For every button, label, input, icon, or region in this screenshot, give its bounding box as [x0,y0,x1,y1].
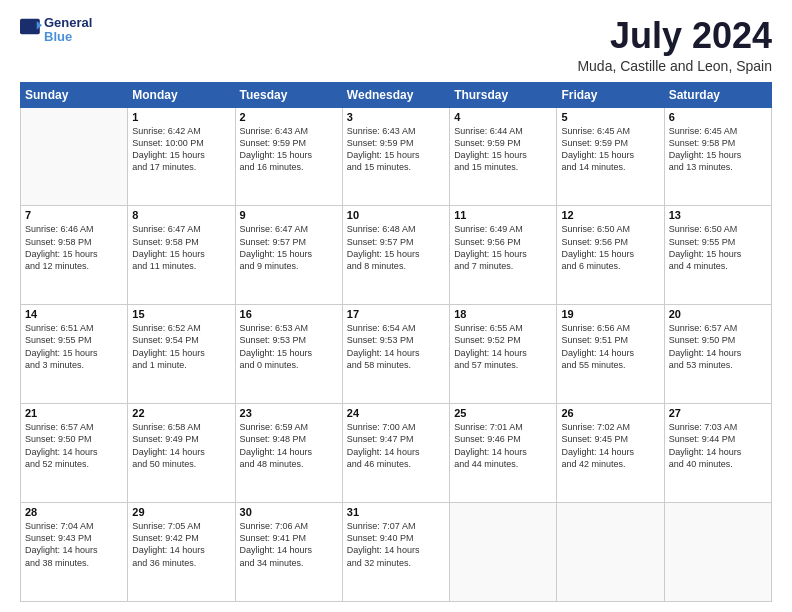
calendar-header-row: SundayMondayTuesdayWednesdayThursdayFrid… [21,82,772,107]
page-header: General Blue July 2024 Muda, Castille an… [20,16,772,74]
calendar-cell: 16Sunrise: 6:53 AM Sunset: 9:53 PM Dayli… [235,305,342,404]
calendar-cell: 11Sunrise: 6:49 AM Sunset: 9:56 PM Dayli… [450,206,557,305]
calendar-cell [664,503,771,602]
day-number: 5 [561,111,659,123]
day-number: 23 [240,407,338,419]
day-info: Sunrise: 6:56 AM Sunset: 9:51 PM Dayligh… [561,322,659,371]
calendar-cell: 15Sunrise: 6:52 AM Sunset: 9:54 PM Dayli… [128,305,235,404]
calendar-cell: 26Sunrise: 7:02 AM Sunset: 9:45 PM Dayli… [557,404,664,503]
day-number: 3 [347,111,445,123]
day-info: Sunrise: 6:58 AM Sunset: 9:49 PM Dayligh… [132,421,230,470]
day-info: Sunrise: 6:49 AM Sunset: 9:56 PM Dayligh… [454,223,552,272]
calendar-cell: 25Sunrise: 7:01 AM Sunset: 9:46 PM Dayli… [450,404,557,503]
calendar-cell: 20Sunrise: 6:57 AM Sunset: 9:50 PM Dayli… [664,305,771,404]
day-number: 8 [132,209,230,221]
calendar-header-monday: Monday [128,82,235,107]
calendar-cell: 30Sunrise: 7:06 AM Sunset: 9:41 PM Dayli… [235,503,342,602]
day-info: Sunrise: 7:06 AM Sunset: 9:41 PM Dayligh… [240,520,338,569]
calendar-header-tuesday: Tuesday [235,82,342,107]
day-number: 17 [347,308,445,320]
day-info: Sunrise: 6:54 AM Sunset: 9:53 PM Dayligh… [347,322,445,371]
calendar-cell: 23Sunrise: 6:59 AM Sunset: 9:48 PM Dayli… [235,404,342,503]
calendar-cell: 10Sunrise: 6:48 AM Sunset: 9:57 PM Dayli… [342,206,449,305]
day-info: Sunrise: 6:43 AM Sunset: 9:59 PM Dayligh… [347,125,445,174]
calendar-cell: 28Sunrise: 7:04 AM Sunset: 9:43 PM Dayli… [21,503,128,602]
calendar-header-wednesday: Wednesday [342,82,449,107]
day-number: 25 [454,407,552,419]
calendar-week-3: 14Sunrise: 6:51 AM Sunset: 9:55 PM Dayli… [21,305,772,404]
calendar-week-5: 28Sunrise: 7:04 AM Sunset: 9:43 PM Dayli… [21,503,772,602]
day-number: 28 [25,506,123,518]
logo-text-line1: General [44,16,92,30]
day-info: Sunrise: 7:02 AM Sunset: 9:45 PM Dayligh… [561,421,659,470]
day-info: Sunrise: 6:44 AM Sunset: 9:59 PM Dayligh… [454,125,552,174]
day-number: 12 [561,209,659,221]
calendar-header-thursday: Thursday [450,82,557,107]
calendar-cell: 1Sunrise: 6:42 AM Sunset: 10:00 PM Dayli… [128,107,235,206]
day-info: Sunrise: 6:46 AM Sunset: 9:58 PM Dayligh… [25,223,123,272]
calendar-header-friday: Friday [557,82,664,107]
day-number: 30 [240,506,338,518]
calendar-cell: 22Sunrise: 6:58 AM Sunset: 9:49 PM Dayli… [128,404,235,503]
calendar-cell: 5Sunrise: 6:45 AM Sunset: 9:59 PM Daylig… [557,107,664,206]
calendar-cell: 3Sunrise: 6:43 AM Sunset: 9:59 PM Daylig… [342,107,449,206]
day-info: Sunrise: 6:59 AM Sunset: 9:48 PM Dayligh… [240,421,338,470]
svg-rect-2 [21,20,36,33]
day-number: 24 [347,407,445,419]
calendar-cell: 9Sunrise: 6:47 AM Sunset: 9:57 PM Daylig… [235,206,342,305]
day-info: Sunrise: 6:48 AM Sunset: 9:57 PM Dayligh… [347,223,445,272]
calendar-table: SundayMondayTuesdayWednesdayThursdayFrid… [20,82,772,602]
calendar-cell: 24Sunrise: 7:00 AM Sunset: 9:47 PM Dayli… [342,404,449,503]
day-number: 31 [347,506,445,518]
title-block: July 2024 Muda, Castille and Leon, Spain [577,16,772,74]
calendar-week-4: 21Sunrise: 6:57 AM Sunset: 9:50 PM Dayli… [21,404,772,503]
day-info: Sunrise: 6:47 AM Sunset: 9:57 PM Dayligh… [240,223,338,272]
calendar-cell: 13Sunrise: 6:50 AM Sunset: 9:55 PM Dayli… [664,206,771,305]
day-info: Sunrise: 7:00 AM Sunset: 9:47 PM Dayligh… [347,421,445,470]
day-info: Sunrise: 6:45 AM Sunset: 9:59 PM Dayligh… [561,125,659,174]
calendar-header-saturday: Saturday [664,82,771,107]
calendar-cell [21,107,128,206]
day-info: Sunrise: 7:05 AM Sunset: 9:42 PM Dayligh… [132,520,230,569]
logo-text-line2: Blue [44,30,92,44]
day-number: 6 [669,111,767,123]
day-number: 15 [132,308,230,320]
calendar-cell: 18Sunrise: 6:55 AM Sunset: 9:52 PM Dayli… [450,305,557,404]
day-number: 19 [561,308,659,320]
day-number: 9 [240,209,338,221]
day-number: 14 [25,308,123,320]
calendar-week-2: 7Sunrise: 6:46 AM Sunset: 9:58 PM Daylig… [21,206,772,305]
day-number: 2 [240,111,338,123]
calendar-cell: 2Sunrise: 6:43 AM Sunset: 9:59 PM Daylig… [235,107,342,206]
location: Muda, Castille and Leon, Spain [577,58,772,74]
day-number: 13 [669,209,767,221]
day-info: Sunrise: 7:07 AM Sunset: 9:40 PM Dayligh… [347,520,445,569]
calendar-cell: 7Sunrise: 6:46 AM Sunset: 9:58 PM Daylig… [21,206,128,305]
day-info: Sunrise: 6:52 AM Sunset: 9:54 PM Dayligh… [132,322,230,371]
day-info: Sunrise: 6:50 AM Sunset: 9:56 PM Dayligh… [561,223,659,272]
day-info: Sunrise: 6:57 AM Sunset: 9:50 PM Dayligh… [669,322,767,371]
day-number: 1 [132,111,230,123]
day-info: Sunrise: 6:55 AM Sunset: 9:52 PM Dayligh… [454,322,552,371]
day-info: Sunrise: 6:45 AM Sunset: 9:58 PM Dayligh… [669,125,767,174]
day-info: Sunrise: 6:57 AM Sunset: 9:50 PM Dayligh… [25,421,123,470]
calendar-cell: 31Sunrise: 7:07 AM Sunset: 9:40 PM Dayli… [342,503,449,602]
day-number: 16 [240,308,338,320]
day-number: 10 [347,209,445,221]
day-info: Sunrise: 6:43 AM Sunset: 9:59 PM Dayligh… [240,125,338,174]
day-number: 20 [669,308,767,320]
day-number: 7 [25,209,123,221]
calendar-cell [557,503,664,602]
calendar-cell: 8Sunrise: 6:47 AM Sunset: 9:58 PM Daylig… [128,206,235,305]
calendar-cell: 12Sunrise: 6:50 AM Sunset: 9:56 PM Dayli… [557,206,664,305]
calendar-week-1: 1Sunrise: 6:42 AM Sunset: 10:00 PM Dayli… [21,107,772,206]
day-number: 27 [669,407,767,419]
day-info: Sunrise: 6:47 AM Sunset: 9:58 PM Dayligh… [132,223,230,272]
calendar-cell: 17Sunrise: 6:54 AM Sunset: 9:53 PM Dayli… [342,305,449,404]
day-info: Sunrise: 6:50 AM Sunset: 9:55 PM Dayligh… [669,223,767,272]
calendar-cell: 27Sunrise: 7:03 AM Sunset: 9:44 PM Dayli… [664,404,771,503]
logo-icon [20,16,42,38]
logo: General Blue [20,16,92,45]
day-number: 21 [25,407,123,419]
calendar-cell: 6Sunrise: 6:45 AM Sunset: 9:58 PM Daylig… [664,107,771,206]
